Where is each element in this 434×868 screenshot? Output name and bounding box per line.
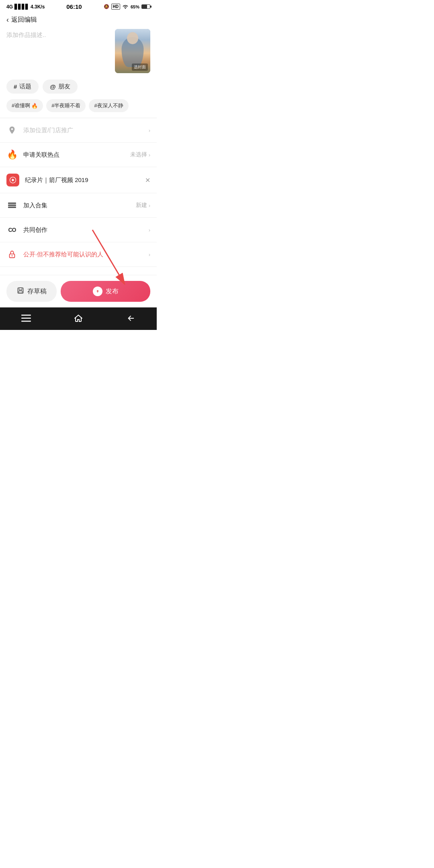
hotspot-icon: 🔥 — [6, 149, 18, 160]
description-input[interactable]: 添加作品描述.. — [6, 29, 110, 40]
privacy-row[interactable]: 公开·但不推荐给可能认识的人 › — [0, 242, 157, 267]
location-chevron: › — [149, 127, 150, 133]
hd-badge: HD — [111, 4, 120, 10]
svg-rect-11 — [18, 291, 22, 293]
fire-icon-0: 🔥 — [31, 103, 38, 109]
location-right: › — [149, 127, 150, 133]
save-label: 存草稿 — [27, 287, 47, 296]
co-text: CO — [8, 227, 16, 233]
svg-rect-12 — [21, 315, 31, 316]
collection-icon — [6, 200, 18, 211]
collection-label: 加入合集 — [23, 202, 130, 209]
battery-icon — [141, 4, 150, 9]
privacy-label: 公开·但不推荐给可能认识的人 — [23, 251, 143, 258]
tag-buttons: # 话题 @ 朋友 — [0, 80, 157, 99]
documentary-row[interactable]: 纪录片｜箭厂视频 2019 ✕ — [0, 167, 157, 193]
privacy-right: › — [149, 252, 150, 258]
back-label: 返回编辑 — [11, 16, 37, 24]
battery-text: 65% — [131, 4, 139, 9]
nav-home-icon[interactable] — [72, 312, 84, 324]
friends-label: 朋友 — [58, 83, 70, 90]
at-icon: @ — [50, 83, 56, 90]
co-create-row[interactable]: CO 共同创作 › — [0, 218, 157, 242]
co-create-label: 共同创作 — [23, 226, 143, 234]
nav-menu-icon[interactable] — [20, 312, 32, 324]
status-left: 4G ▋▋▋▋ 4.3K/s — [6, 4, 45, 10]
location-icon — [6, 125, 18, 136]
cover-thumbnail[interactable]: 选封面 — [115, 29, 150, 73]
bottom-bar: 存草稿 发布 — [0, 275, 157, 307]
hotspot-right: 未选择 › — [130, 151, 150, 158]
collection-status: 新建 — [136, 202, 147, 209]
svg-rect-13 — [21, 318, 31, 319]
hotspot-label: 申请关联热点 — [23, 151, 125, 159]
hashtag-text-0: #谁懂啊 — [12, 102, 30, 109]
nav-bar — [0, 307, 157, 330]
hotspot-row[interactable]: 🔥 申请关联热点 未选择 › — [0, 143, 157, 167]
network-speed: 4.3K/s — [31, 4, 45, 10]
hashtag-text-1: #半夜睡不着 — [51, 102, 80, 109]
privacy-chevron: › — [149, 252, 150, 258]
topic-button[interactable]: # 话题 — [6, 80, 39, 94]
documentary-icon-box — [6, 174, 19, 186]
hashtag-chip-1[interactable]: #半夜睡不着 — [46, 99, 86, 112]
save-icon — [17, 287, 24, 296]
hashtag-chip-2[interactable]: #夜深人不静 — [89, 99, 128, 112]
topic-label: 话题 — [19, 83, 31, 90]
collection-right: 新建 › — [136, 202, 150, 209]
hashtag-chip-0[interactable]: #谁懂啊 🔥 — [6, 99, 43, 112]
close-icon[interactable]: ✕ — [145, 176, 150, 184]
signal-text: 4G — [6, 4, 13, 10]
back-nav[interactable]: ‹ 返回编辑 — [0, 12, 157, 29]
lock-icon — [6, 249, 18, 260]
location-label: 添加位置/门店推广 — [23, 127, 143, 134]
upload-icon — [93, 287, 102, 296]
documentary-label: 纪录片｜箭厂视频 2019 — [25, 176, 139, 184]
bell-icon: 🔕 — [104, 4, 109, 9]
hotspot-chevron: › — [149, 152, 150, 158]
co-create-icon: CO — [6, 224, 18, 235]
svg-point-8 — [12, 255, 13, 256]
wifi-icon — [122, 4, 129, 10]
hotspot-status: 未选择 — [130, 151, 147, 158]
svg-rect-10 — [19, 288, 22, 290]
location-row[interactable]: 添加位置/门店推广 › — [0, 118, 157, 143]
hashtag-text-2: #夜深人不静 — [94, 102, 123, 109]
back-arrow-icon: ‹ — [6, 16, 9, 24]
collection-row[interactable]: 加入合集 新建 › — [0, 193, 157, 218]
documentary-right: ✕ — [145, 176, 150, 184]
svg-rect-4 — [8, 203, 16, 204]
publish-label: 发布 — [106, 287, 119, 296]
save-draft-button[interactable]: 存草稿 — [6, 281, 57, 302]
description-area: 添加作品描述.. 选封面 — [0, 29, 157, 80]
co-create-chevron: › — [149, 227, 150, 233]
mention-button[interactable]: @ 朋友 — [43, 80, 78, 94]
cover-label: 选封面 — [132, 63, 148, 71]
signal-bars: ▋▋▋▋ — [14, 4, 29, 10]
hash-icon: # — [14, 83, 17, 90]
collection-chevron: › — [149, 203, 150, 209]
co-create-right: › — [149, 227, 150, 233]
publish-button[interactable]: 发布 — [61, 281, 150, 302]
status-time: 06:10 — [66, 3, 82, 10]
svg-rect-3 — [8, 205, 16, 206]
status-right: 🔕 HD 65% — [104, 4, 150, 10]
svg-rect-14 — [21, 321, 31, 322]
status-bar: 4G ▋▋▋▋ 4.3K/s 06:10 🔕 HD 65% — [0, 0, 157, 12]
hashtag-suggestions: #谁懂啊 🔥 #半夜睡不着 #夜深人不静 — [0, 99, 157, 118]
svg-rect-2 — [8, 207, 16, 208]
nav-back-icon[interactable] — [125, 312, 137, 324]
